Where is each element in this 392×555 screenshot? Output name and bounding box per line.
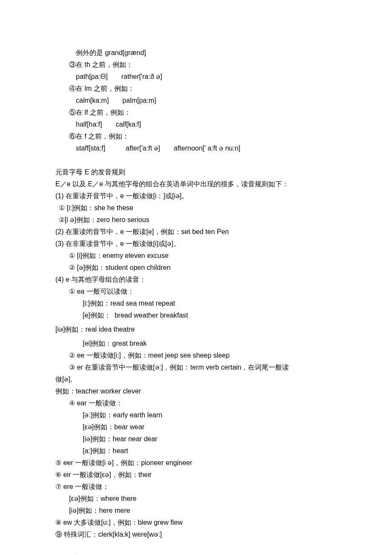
text-line: path[pa:Θ] rather['ra:ð ə] [55,71,337,83]
text-line: ② [ə]例如：student open children [55,262,337,274]
text-line: ⑤在 lf 之前，例如： [55,107,337,119]
text-line: ④在 lm 之前，例如： [55,83,337,95]
text-line: half[ha:f] calf[ka:f] [55,119,337,130]
text-line: [iə]例如：real idea theatre [55,321,337,338]
text-line: [εə]例如：bear wear [55,421,337,433]
text-line: 做[ə], [55,373,337,385]
text-line: ① [i:]例如：she he these [55,202,337,214]
text-line: ⑨ 特殊词汇：clerk[kla:k] were[wə:] [55,529,337,541]
text-line: ⑤ eer 一般读做[i ə]，例如：pioneer engineer [55,457,337,469]
blank-line [55,541,337,552]
text-line: [ei]例如：great break [55,338,337,350]
text-line: ⑧ ew 大多读做[u:]，例如：blew grew flew [55,517,337,529]
text-line: ③ er 在重读音节中一般读做[ə:]，例如：term verb certain… [55,361,337,373]
text-line: ②[i ə]例如：zero hero serious [55,214,337,226]
text-line: [iə]例如：hear near dear [55,433,337,445]
text-line: 元音字母 E 的发音规则 [55,166,337,178]
document-page: 例外的是 grand[grænd]③在 th 之前，例如：path[pa:Θ] … [0,0,392,555]
text-line: ⑦ ere 一般读做： [55,481,337,493]
text-line: (3) 在非重读音节中，e 一般读做[i]或[ə]。 [55,238,337,250]
text-line: ③在 th 之前，例如： [55,59,337,71]
text-line: [e]例如： bread weather breakfast [55,309,337,321]
text-line: ② ee 一般读做[i:]，例如：meet jeep see sheep sle… [55,350,337,361]
text-line: ⑥ eir 一般读做[εə]，例如：their [55,469,337,481]
text-line: 例如：teacher worker clever [55,385,337,397]
text-line: ① ea 一般可以读做： [55,286,337,298]
text-line: ④ ear 一般读做： [55,397,337,409]
text-line: I 的发音规则。 [55,552,337,555]
text-line: (2) 在重读闭音节中，e 一般读[e]，例如：set bed ten Pen [55,226,337,238]
text-line: 例外的是 grand[grænd] [55,47,337,59]
text-line: [ə:]例如：early earth learn [55,409,337,421]
text-line: [i:]例如：read sea meat repeat [55,298,337,309]
text-line: ⑥在 f 之前，例如： [55,130,337,142]
text-line: calm[ka:m] palm[pa:m] [55,95,337,107]
text-line: (1) 在重读开音节中，e 一般读做[i：]或[iə]。 [55,190,337,202]
text-line: [εə]例如：where there [55,493,337,505]
document-body: 例外的是 grand[grænd]③在 th 之前，例如：path[pa:Θ] … [55,47,337,555]
text-line: ① [i]例如：enemy eleven excuse [55,250,337,262]
text-line: [iə]例如：here mere [55,505,337,517]
text-line: staff[sta:f] after['a:ft ə] afternoon[' … [55,142,337,154]
text-line: [a:]例如：heart [55,445,337,457]
blank-line [55,154,337,166]
text-line: (4) e 与其他字母组合的读音： [55,274,337,286]
text-line: E／e 以及 E／e 与其他字母的组合在英语单词中出现的很多，读音规则如下： [55,178,337,190]
